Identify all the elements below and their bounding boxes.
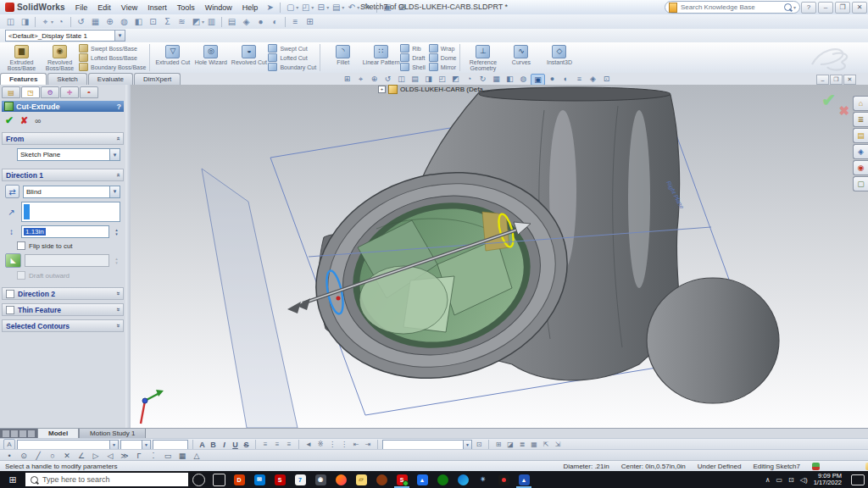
menu-help[interactable]: Help <box>237 3 264 13</box>
tree-expand-icon[interactable]: + <box>378 86 386 93</box>
property-manager-tab[interactable] <box>21 86 40 98</box>
wrap-button[interactable]: Wrap <box>429 44 457 53</box>
sketch-state-icon[interactable] <box>812 463 820 470</box>
dimension-style-select[interactable] <box>382 440 472 450</box>
kb-search-placeholder[interactable]: Search Knowledge Base <box>681 3 781 11</box>
linear-pattern-button[interactable]: Linear Pattern <box>362 43 400 72</box>
number-list-icon[interactable] <box>327 440 337 449</box>
flip-side-checkbox[interactable] <box>17 241 25 250</box>
toolbar-icon[interactable] <box>240 16 253 27</box>
toolbar-icon[interactable] <box>118 16 131 27</box>
taskbar-app-photos-running[interactable]: ▲ <box>514 471 534 488</box>
resources-tab[interactable] <box>853 96 868 111</box>
toolbar-icon[interactable] <box>147 16 159 27</box>
previous-view-icon[interactable] <box>381 74 394 84</box>
linear-note-icon[interactable] <box>517 440 527 449</box>
hole-wizard-button[interactable]: Hole Wizard <box>192 43 230 72</box>
doc-close-button[interactable]: ✕ <box>843 75 856 85</box>
section-view-icon[interactable] <box>395 74 408 84</box>
end-condition-dropdown[interactable]: Blind <box>23 186 120 198</box>
sketch-origin-point[interactable] <box>337 297 341 301</box>
graphics-viewport[interactable]: Right Plane + OLDS-LUKEH-CARB (Defa.. <box>131 85 868 428</box>
hidden-icons-chevron[interactable] <box>765 476 771 484</box>
pin-menu-icon[interactable] <box>264 2 276 13</box>
from-dropdown[interactable]: Sketch Plane <box>17 148 120 161</box>
zoom-fit-icon[interactable] <box>341 74 353 84</box>
confirmation-corner-ok[interactable] <box>821 90 836 110</box>
taskbar-search[interactable]: Type here to search <box>25 473 188 486</box>
expand-chevron-icon[interactable] <box>114 324 121 327</box>
flip-side-row[interactable]: Flip side to cut <box>17 241 120 250</box>
italic-button[interactable]: I <box>220 441 229 449</box>
custom-properties-tab[interactable] <box>853 176 868 191</box>
tab-evaluate[interactable]: Evaluate <box>88 73 133 85</box>
ambient-occlusion-icon[interactable] <box>600 74 613 84</box>
depth-spinner[interactable] <box>113 228 120 236</box>
ok-button[interactable] <box>5 114 14 126</box>
notification-center-icon[interactable] <box>851 474 865 485</box>
toolbar-icon[interactable] <box>132 16 145 27</box>
taskbar-app-calendar[interactable]: 7 <box>290 471 310 488</box>
display-state-dropdown[interactable]: <Default>_Display State 1 <box>5 30 125 42</box>
lofted-cut-button[interactable]: Lofted Cut <box>268 53 316 62</box>
align-right-icon[interactable] <box>284 440 294 449</box>
model-top-face[interactable] <box>479 87 670 101</box>
toolbar-icon[interactable] <box>289 16 302 27</box>
leader-icon[interactable] <box>541 440 551 449</box>
shell-button[interactable]: Shell <box>400 63 426 71</box>
appearances-tab[interactable] <box>853 160 868 175</box>
font-family-select[interactable] <box>17 440 119 450</box>
help-button[interactable]: ? <box>801 2 816 14</box>
toolbar-icon[interactable] <box>303 16 316 27</box>
direction2-group-header[interactable]: Direction 2 <box>2 287 124 300</box>
confirmation-corner-cancel[interactable] <box>838 103 849 119</box>
draft-spinner[interactable] <box>113 257 120 265</box>
detailed-preview-button[interactable] <box>35 116 41 125</box>
collapse-chevron-icon[interactable] <box>114 173 121 176</box>
dome-button[interactable]: Dome <box>429 53 457 62</box>
circle-tool-icon[interactable] <box>18 451 30 460</box>
taskbar-app-food[interactable] <box>371 471 392 488</box>
align-center-icon[interactable] <box>272 440 282 449</box>
shaded-icon[interactable] <box>546 74 559 84</box>
toolbar-icon[interactable] <box>54 16 67 27</box>
minimize-button[interactable]: – <box>818 2 833 14</box>
arrow-style-icon[interactable] <box>553 440 563 449</box>
toolbar-icon[interactable] <box>4 16 17 27</box>
direction2-checkbox[interactable] <box>6 290 14 298</box>
line-tool-icon[interactable] <box>32 451 44 460</box>
table-icon[interactable] <box>493 440 504 449</box>
menu-insert[interactable]: Insert <box>142 3 172 13</box>
boundary-cut-button[interactable]: Boundary Cut <box>268 63 316 71</box>
grid-icon[interactable] <box>529 440 539 449</box>
corner-tool-icon[interactable] <box>133 451 145 460</box>
zoom-area-icon[interactable] <box>354 74 367 84</box>
direction-reference-box[interactable] <box>21 202 120 222</box>
menu-tools[interactable]: Tools <box>172 3 200 13</box>
taskbar-app-photos[interactable]: ▲ <box>412 471 432 488</box>
font-color-button[interactable]: A <box>198 441 207 449</box>
toolbar-icon[interactable] <box>39 16 52 27</box>
taskbar-app-firefox[interactable] <box>331 471 351 488</box>
align-left-icon[interactable] <box>260 440 270 449</box>
taskbar-app-solidworks-running[interactable]: S <box>392 471 412 488</box>
taskbar-app-mail[interactable]: ✉ <box>249 471 270 488</box>
style-save-icon[interactable] <box>474 440 484 449</box>
search-dropdown-icon[interactable]: ▾ <box>793 4 796 10</box>
thin-feature-checkbox[interactable] <box>6 306 14 314</box>
doc-restore-button[interactable]: ❐ <box>830 75 843 85</box>
selected-contours-group-header[interactable]: Selected Contours <box>2 319 124 332</box>
search-icon[interactable] <box>784 3 792 11</box>
taskbar-app-video[interactable]: D <box>229 471 249 488</box>
reference-geometry-button[interactable]: Reference Geometry <box>464 43 502 72</box>
draft-button[interactable]: Draft <box>400 53 426 62</box>
taskbar-app-solidworks[interactable]: S <box>270 471 290 488</box>
mirror-tool-icon[interactable] <box>90 451 102 460</box>
network-icon[interactable] <box>788 476 794 484</box>
knowledge-base-search[interactable]: Search Knowledge Base ▾ <box>665 1 800 14</box>
flyout-feature-tree[interactable]: + OLDS-LUKEH-CARB (Defa... <box>378 85 488 94</box>
toolbar-icon[interactable] <box>103 16 116 27</box>
expand-chevron-icon[interactable] <box>114 291 121 295</box>
revolved-boss-button[interactable]: Revolved Boss/Base <box>41 43 79 72</box>
convert-entities-icon[interactable] <box>119 451 131 460</box>
